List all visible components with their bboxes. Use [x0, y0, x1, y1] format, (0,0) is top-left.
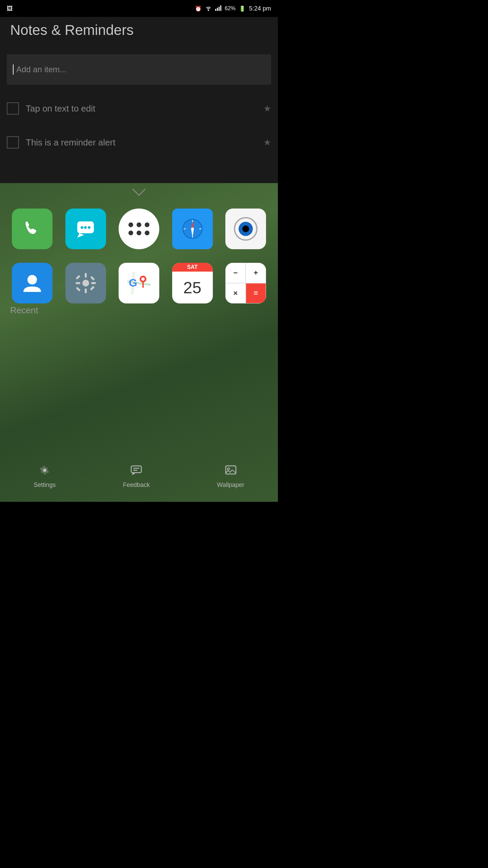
- screenshot-icon: 🖼: [7, 5, 13, 12]
- svg-rect-26: [76, 287, 80, 292]
- checkbox-1[interactable]: [7, 102, 19, 115]
- svg-rect-20: [85, 273, 87, 278]
- star-2[interactable]: ★: [263, 137, 271, 148]
- wallpaper-icon: [225, 464, 237, 479]
- calendar-date: 25: [172, 272, 213, 303]
- svg-point-18: [27, 275, 37, 284]
- svg-point-33: [141, 277, 145, 281]
- app-calculator[interactable]: − + × =: [224, 261, 268, 305]
- calendar-day-header: SAT: [172, 263, 213, 272]
- app-messages[interactable]: [64, 207, 108, 251]
- svg-point-7: [84, 226, 87, 229]
- calc-plus: +: [246, 263, 266, 283]
- svg-rect-22: [76, 282, 80, 284]
- signal-icon: [215, 5, 221, 12]
- toolbar-wallpaper[interactable]: Wallpaper: [217, 464, 244, 489]
- app-grid: G SAT 25: [10, 207, 268, 315]
- svg-point-8: [88, 226, 90, 229]
- app-contacts[interactable]: [10, 261, 54, 305]
- svg-rect-0: [215, 9, 216, 11]
- toolbar-feedback[interactable]: Feedback: [123, 464, 150, 489]
- svg-rect-39: [226, 466, 236, 474]
- alarm-icon: ⏰: [195, 5, 202, 12]
- svg-rect-3: [220, 5, 221, 11]
- notes-item-1-text[interactable]: Tap on text to edit: [26, 103, 257, 114]
- svg-text:G: G: [129, 277, 137, 289]
- app-row-1: [10, 207, 268, 251]
- app-phone[interactable]: [10, 207, 54, 251]
- notes-app: Notes & Reminders Add an item... Tap on …: [0, 0, 278, 197]
- collapse-chevron[interactable]: [132, 188, 146, 198]
- notes-item-1[interactable]: Tap on text to edit ★: [7, 95, 271, 122]
- status-bar-right: ⏰ 62% 🔋 5:24 pm: [195, 5, 271, 12]
- settings-icon: [39, 464, 51, 479]
- svg-rect-21: [85, 289, 87, 293]
- svg-rect-27: [90, 286, 95, 291]
- time-display: 5:24 pm: [249, 5, 271, 12]
- svg-rect-24: [76, 275, 80, 280]
- feedback-icon: [130, 464, 142, 479]
- feedback-label: Feedback: [123, 481, 150, 489]
- status-bar: 🖼 ⏰ 62% 🔋 5:24 pm: [0, 0, 278, 17]
- svg-point-19: [82, 280, 89, 287]
- notes-item-2-text[interactable]: This is a reminder alert: [26, 137, 257, 148]
- svg-point-40: [227, 468, 229, 470]
- text-cursor: [13, 64, 14, 75]
- notes-placeholder: Add an item...: [16, 65, 66, 74]
- notes-input[interactable]: Add an item...: [7, 54, 271, 85]
- notes-title: Notes & Reminders: [10, 22, 134, 38]
- wallpaper-label: Wallpaper: [217, 481, 244, 489]
- app-calendar[interactable]: SAT 25: [170, 261, 215, 305]
- app-maps[interactable]: G: [117, 261, 161, 305]
- app-camera[interactable]: [224, 207, 268, 251]
- wifi-icon: [205, 5, 212, 12]
- svg-rect-2: [219, 7, 220, 11]
- checkbox-2[interactable]: [7, 136, 19, 149]
- svg-rect-25: [90, 276, 95, 281]
- svg-marker-5: [77, 233, 84, 238]
- svg-rect-23: [91, 282, 96, 284]
- app-compass[interactable]: [170, 207, 215, 251]
- launcher: G SAT 25: [0, 183, 278, 502]
- star-1[interactable]: ★: [263, 103, 271, 114]
- notes-item-2[interactable]: This is a reminder alert ★: [7, 129, 271, 156]
- bottom-toolbar: Settings Feedback Wallpap: [0, 458, 278, 502]
- settings-label: Settings: [34, 481, 56, 489]
- svg-point-13: [191, 228, 194, 230]
- app-settings-icon[interactable]: [64, 261, 108, 305]
- battery-percent: 62%: [225, 5, 236, 12]
- svg-rect-1: [217, 8, 218, 11]
- battery-icon: 🔋: [239, 5, 246, 12]
- calc-multiply: ×: [225, 283, 246, 303]
- calc-equals: =: [246, 283, 266, 303]
- status-bar-left: 🖼: [7, 5, 13, 12]
- svg-point-6: [81, 226, 83, 229]
- toolbar-settings[interactable]: Settings: [34, 464, 56, 489]
- app-row-2: G SAT 25: [10, 261, 268, 305]
- recent-label: Recent: [10, 305, 38, 316]
- calc-minus: −: [225, 263, 246, 283]
- svg-rect-36: [131, 466, 141, 473]
- app-drawer[interactable]: [117, 207, 161, 251]
